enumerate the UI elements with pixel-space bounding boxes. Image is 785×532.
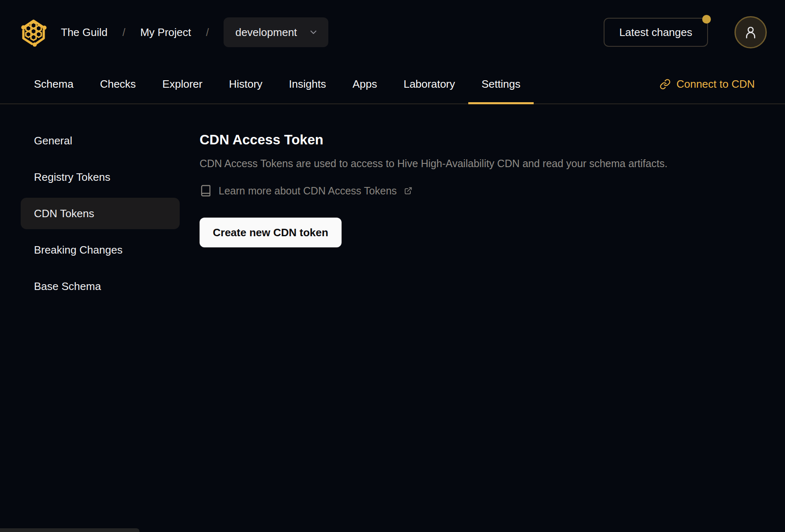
breadcrumb: The Guild / My Project / development xyxy=(61,17,328,47)
target-select[interactable]: development xyxy=(224,17,328,47)
settings-sidebar: General Registry Tokens CDN Tokens Break… xyxy=(21,125,180,302)
page-title: CDN Access Token xyxy=(200,132,785,148)
user-icon xyxy=(743,25,758,40)
learn-more-label: Learn more about CDN Access Tokens xyxy=(219,185,397,197)
content-area: General Registry Tokens CDN Tokens Break… xyxy=(0,104,785,302)
top-bar: The Guild / My Project / development Lat… xyxy=(0,0,785,65)
tab-checks[interactable]: Checks xyxy=(87,65,149,103)
link-icon xyxy=(660,79,671,90)
sidebar-item-cdn-tokens[interactable]: CDN Tokens xyxy=(21,198,180,229)
main-panel: CDN Access Token CDN Access Tokens are u… xyxy=(200,125,785,247)
sidebar-item-base-schema[interactable]: Base Schema xyxy=(21,271,180,302)
sidebar-item-general[interactable]: General xyxy=(21,125,180,156)
notification-dot xyxy=(702,15,711,24)
tab-insights[interactable]: Insights xyxy=(276,65,340,103)
breadcrumb-separator: / xyxy=(123,26,125,38)
tab-explorer[interactable]: Explorer xyxy=(149,65,216,103)
sidebar-item-registry-tokens[interactable]: Registry Tokens xyxy=(21,161,180,193)
latest-changes-button[interactable]: Latest changes xyxy=(604,18,708,47)
breadcrumb-separator: / xyxy=(206,26,209,38)
tab-settings[interactable]: Settings xyxy=(468,65,534,103)
sidebar-item-breaking-changes[interactable]: Breaking Changes xyxy=(21,234,180,266)
tab-history[interactable]: History xyxy=(216,65,276,103)
tab-bar: Schema Checks Explorer History Insights … xyxy=(0,65,785,104)
user-menu-avatar[interactable] xyxy=(734,16,767,48)
latest-changes-label: Latest changes xyxy=(619,26,692,39)
target-select-value: development xyxy=(235,26,297,39)
page-description: CDN Access Tokens are used to access to … xyxy=(200,156,785,170)
book-icon xyxy=(200,185,212,197)
topbar-right-group: Latest changes xyxy=(604,16,767,48)
breadcrumb-project[interactable]: My Project xyxy=(140,26,191,39)
tab-apps[interactable]: Apps xyxy=(339,65,390,103)
breadcrumb-org[interactable]: The Guild xyxy=(61,26,108,39)
tab-schema[interactable]: Schema xyxy=(21,65,87,103)
bottom-toast-sliver[interactable] xyxy=(0,528,140,532)
connect-to-cdn-link[interactable]: Connect to CDN xyxy=(660,65,755,103)
learn-more-link[interactable]: Learn more about CDN Access Tokens xyxy=(200,185,412,197)
external-link-icon xyxy=(404,187,412,195)
chevron-down-icon xyxy=(308,27,318,37)
hive-logo-icon[interactable] xyxy=(19,17,48,48)
tab-laboratory[interactable]: Laboratory xyxy=(390,65,468,103)
connect-to-cdn-label: Connect to CDN xyxy=(677,78,755,91)
create-cdn-token-button[interactable]: Create new CDN token xyxy=(200,218,342,247)
